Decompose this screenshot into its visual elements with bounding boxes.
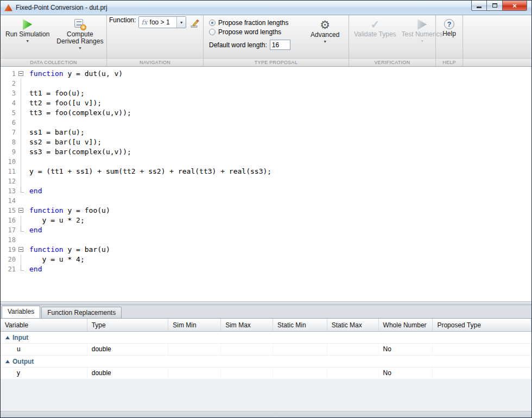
- code-line[interactable]: 8ss2 = bar([u v]);: [1, 137, 531, 147]
- fold-collapse-icon[interactable]: [16, 206, 27, 216]
- code-editor[interactable]: 1function y = dut(u, v)23tt1 = foo(u);4t…: [1, 67, 531, 301]
- code-text: end: [29, 186, 42, 196]
- radio-propose-word-label: Propose word lengths: [218, 28, 281, 36]
- column-header-static-max[interactable]: Static Max: [327, 319, 379, 331]
- advanced-label: Advanced: [311, 31, 339, 39]
- type-proposal-options: Propose fraction lengths Propose word le…: [206, 16, 308, 57]
- code-line[interactable]: 11y = (tt1 + ss1) + sum(tt2 + ss2) + rea…: [1, 167, 531, 176]
- chevron-down-icon: ▼: [420, 39, 424, 43]
- run-play-icon: [23, 19, 32, 30]
- code-line[interactable]: 12: [1, 176, 531, 186]
- chevron-down-icon: ▼: [78, 46, 82, 50]
- line-number: 17: [1, 225, 16, 235]
- code-line[interactable]: 3tt1 = foo(u);: [1, 88, 531, 98]
- column-header-static-min[interactable]: Static Min: [273, 319, 327, 331]
- code-line[interactable]: 14: [1, 196, 531, 206]
- validate-types-button[interactable]: ✓ Validate Types: [351, 16, 399, 57]
- code-line[interactable]: 1function y = dut(u, v): [1, 69, 531, 79]
- compute-derived-ranges-button[interactable]: + Compute Derived Ranges ▼: [52, 16, 107, 57]
- advanced-button[interactable]: ⚙ Advanced ▼: [308, 16, 342, 57]
- tab-variables[interactable]: Variables: [2, 306, 40, 318]
- code-line[interactable]: 13end: [1, 186, 531, 196]
- variables-table-body: InputudoubleNoOutputydoubleNo: [1, 332, 531, 379]
- code-line[interactable]: 2: [1, 79, 531, 88]
- cell-sim-min: [168, 344, 221, 355]
- fold-minus-box-icon[interactable]: [18, 71, 23, 76]
- cell-static-max: [327, 368, 379, 379]
- code-line[interactable]: 9ss3 = bar(complex(u,v));: [1, 147, 531, 157]
- line-number: 3: [1, 88, 16, 98]
- default-word-length-input[interactable]: [270, 40, 290, 50]
- group-label: Input: [12, 334, 28, 341]
- line-number: 1: [1, 69, 16, 79]
- collapse-triangle-icon[interactable]: [5, 360, 10, 363]
- code-line[interactable]: 18: [1, 235, 531, 245]
- column-header-sim-max[interactable]: Sim Max: [221, 319, 273, 331]
- chevron-down-icon: ▼: [323, 40, 327, 44]
- collapse-triangle-icon[interactable]: [5, 336, 10, 339]
- panel-splitter[interactable]: [1, 301, 531, 305]
- fold-collapse-icon[interactable]: [16, 245, 27, 255]
- column-header-whole-number[interactable]: Whole Number: [379, 319, 433, 331]
- code-text: tt1 = foo(u);: [29, 88, 85, 98]
- line-number: 19: [1, 245, 16, 255]
- combobox-arrow-button[interactable]: ▼: [176, 17, 186, 28]
- code-line[interactable]: 21end: [1, 264, 531, 274]
- code-line[interactable]: 17end: [1, 225, 531, 235]
- edit-function-button[interactable]: [189, 16, 201, 30]
- run-simulation-label: Run Simulation: [5, 31, 49, 38]
- group-label: Output: [12, 358, 34, 365]
- cell-type: double: [87, 368, 169, 379]
- fold-minus-box-icon[interactable]: [18, 208, 23, 213]
- code-text: function y = bar(u): [29, 245, 110, 255]
- code-line[interactable]: 10: [1, 157, 531, 167]
- radio-propose-fraction-label: Propose fraction lengths: [218, 19, 288, 27]
- cell-static-min: [273, 368, 327, 379]
- variables-header: VariableTypeSim MinSim MaxStatic MinStat…: [1, 318, 531, 332]
- code-line[interactable]: 19function y = bar(u): [1, 245, 531, 255]
- column-header-sim-min[interactable]: Sim Min: [168, 319, 221, 331]
- minimize-button[interactable]: [471, 1, 487, 11]
- line-number: 10: [1, 157, 16, 167]
- panel-tabs: VariablesFunction Replacements: [1, 305, 531, 318]
- help-button[interactable]: ? Help: [440, 16, 459, 57]
- run-simulation-button[interactable]: Run Simulation ▼: [3, 16, 52, 57]
- code-line[interactable]: 20 y = u * 4;: [1, 255, 531, 264]
- cell-variable: y: [1, 368, 87, 379]
- minimize-icon: [477, 7, 482, 8]
- code-line[interactable]: 15function y = foo(u): [1, 206, 531, 216]
- radio-off-icon[interactable]: [209, 29, 216, 35]
- code-line[interactable]: 16 y = u * 2;: [1, 216, 531, 225]
- fold-margin: [16, 128, 27, 137]
- fold-collapse-icon[interactable]: [16, 69, 27, 79]
- fold-margin: [16, 216, 27, 225]
- code-line[interactable]: 4tt2 = foo([u v]);: [1, 98, 531, 108]
- column-header-variable[interactable]: Variable: [1, 319, 87, 331]
- column-header-proposed-type[interactable]: Proposed Type: [433, 319, 531, 331]
- cell-static-max: [327, 344, 379, 355]
- default-word-length-row: Default word length:: [209, 40, 305, 50]
- close-icon: ×: [512, 2, 517, 10]
- chevron-down-icon: ▼: [26, 39, 29, 43]
- function-combobox-value: foo > 1: [150, 18, 177, 26]
- code-line[interactable]: 5tt3 = foo(complex(u,v));: [1, 108, 531, 118]
- code-line[interactable]: 7ss1 = bar(u);: [1, 128, 531, 137]
- radio-propose-word-lengths[interactable]: Propose word lengths: [209, 28, 305, 36]
- radio-propose-fraction-lengths[interactable]: Propose fraction lengths: [209, 19, 305, 27]
- maximize-button[interactable]: [487, 1, 503, 11]
- fold-minus-box-icon[interactable]: [18, 247, 23, 252]
- column-header-type[interactable]: Type: [87, 319, 169, 331]
- line-number: 13: [1, 186, 16, 196]
- table-row[interactable]: ydoubleNo: [1, 368, 531, 379]
- table-row[interactable]: udoubleNo: [1, 344, 531, 356]
- group-row-output[interactable]: Output: [1, 356, 531, 368]
- close-button[interactable]: ×: [503, 1, 527, 11]
- group-row-input[interactable]: Input: [1, 332, 531, 344]
- tab-function-replacements[interactable]: Function Replacements: [41, 307, 122, 318]
- section-navigation: Function: fx foo > 1 ▼ NAVIGATION: [107, 15, 204, 66]
- gear-icon: ⚙: [320, 19, 330, 30]
- function-combobox[interactable]: fx foo > 1 ▼: [138, 16, 186, 28]
- code-line[interactable]: 6: [1, 118, 531, 128]
- fold-margin: [16, 235, 27, 245]
- radio-on-icon[interactable]: [209, 20, 216, 26]
